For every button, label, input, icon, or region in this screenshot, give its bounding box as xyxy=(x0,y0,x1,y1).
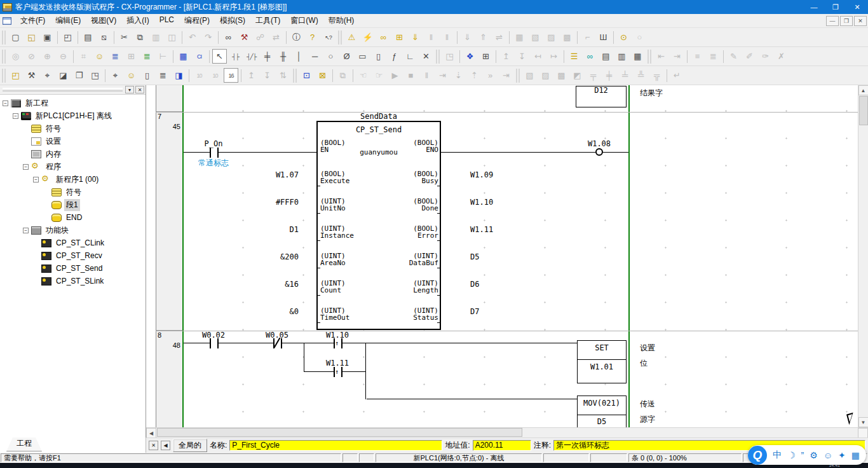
mdi-minimize-button[interactable]: — xyxy=(826,16,839,26)
fb-input-operand[interactable]: D1 xyxy=(235,226,299,233)
coil-w1-08[interactable] xyxy=(595,148,603,156)
menu-view[interactable]: 视图(V) xyxy=(86,13,121,28)
vertical-scroll-thumb[interactable] xyxy=(859,96,868,125)
contact-w0-05-label[interactable]: W0.05 xyxy=(258,331,296,339)
mdi-restore-button[interactable]: ❐ xyxy=(840,16,853,26)
contact-no-icon[interactable]: ┤├ xyxy=(228,49,243,64)
set-operand[interactable]: W1.01 xyxy=(577,363,627,371)
symbol-list-icon[interactable]: ≣ xyxy=(108,49,123,64)
print-icon[interactable]: ▤ xyxy=(81,30,95,45)
about-icon[interactable]: ⓘ xyxy=(289,30,304,45)
tree-item-plc[interactable]: −新PLC1[CP1H-E] 离线 xyxy=(0,109,146,122)
symbol-address-field[interactable]: A200.11 xyxy=(473,440,531,451)
new-view-icon[interactable]: ❐ xyxy=(72,68,86,83)
toolbar-grabber[interactable] xyxy=(648,50,651,64)
menu-help[interactable]: 帮助(H) xyxy=(323,13,360,28)
tree-item-section1[interactable]: 段1 xyxy=(0,198,146,211)
program-check-icon[interactable]: ⊞ xyxy=(392,30,407,45)
pane-close-button[interactable]: ✕ xyxy=(135,86,144,93)
fb-input-operand[interactable]: &200 xyxy=(235,253,299,261)
horizontal-scrollbar[interactable]: ◀ xyxy=(146,427,868,437)
contact-nc-icon[interactable]: ┤╱├ xyxy=(244,49,259,64)
menu-tools[interactable]: 工具(T) xyxy=(250,13,285,28)
menu-insert[interactable]: 插入(I) xyxy=(121,13,154,28)
symbol-browser-icon[interactable]: ⌖ xyxy=(108,68,123,83)
tree-item-cp-st-send[interactable]: CP_ST_Send xyxy=(0,262,146,275)
window-view-1-icon[interactable]: ▤ xyxy=(599,49,613,64)
expand-collapse-icon[interactable]: − xyxy=(3,100,8,106)
rung-manager-icon[interactable]: ▯ xyxy=(140,68,154,83)
find-in-project-icon[interactable]: ◰ xyxy=(60,30,75,45)
mdi-close-button[interactable]: ✕ xyxy=(854,16,867,26)
replace-icon[interactable]: ⚒ xyxy=(237,30,252,45)
close-button[interactable]: ✕ xyxy=(846,0,868,14)
monitor-table-icon[interactable]: ▦ xyxy=(176,49,191,64)
d12-operand[interactable]: D12 xyxy=(576,86,627,94)
menu-simulation[interactable]: 模拟(S) xyxy=(215,13,250,28)
fb-output-operand[interactable]: D6 xyxy=(470,280,479,288)
plc-transfer-icon[interactable]: ⊠ xyxy=(315,68,330,83)
open-icon[interactable]: ◱ xyxy=(24,30,39,45)
fb-library-icon[interactable]: ❖ xyxy=(463,49,477,64)
expand-collapse-icon[interactable]: − xyxy=(13,113,18,119)
tree-item-symbols[interactable]: 符号 xyxy=(0,122,146,135)
select-tool-icon[interactable]: ↖ xyxy=(212,49,227,64)
scroll-left-button[interactable]: ◀ xyxy=(146,428,156,438)
timing-chart-icon[interactable]: Ш xyxy=(596,30,611,45)
find-warning-icon[interactable]: ∞ xyxy=(376,30,391,45)
tree-item-cp-st-recv[interactable]: CP_ST_Recv xyxy=(0,249,146,262)
expand-collapse-icon[interactable]: − xyxy=(23,228,29,233)
fb-define-icon[interactable]: ⊞ xyxy=(478,49,493,64)
print-preview-icon[interactable]: ⧅ xyxy=(97,30,111,45)
ci-view-icon[interactable]: CI xyxy=(192,49,207,64)
help-icon[interactable]: ? xyxy=(305,30,320,45)
menu-edit[interactable]: 编辑(E) xyxy=(50,13,86,28)
fb-input-operand[interactable]: &16 xyxy=(235,280,299,288)
horizontal-line-icon[interactable]: ─ xyxy=(308,49,322,64)
work-online-simulator-icon[interactable]: ⊙ xyxy=(616,30,631,45)
list-editor-icon[interactable]: ≣ xyxy=(156,68,170,83)
ime-night-mode-icon[interactable]: ☽ xyxy=(787,450,796,460)
symbol-bar-close-button[interactable]: ✕ xyxy=(149,441,158,450)
fb-output-operand[interactable]: D5 xyxy=(470,253,479,261)
tree-item-settings[interactable]: 设置 xyxy=(0,135,146,148)
contact-or-no-icon[interactable]: ╪ xyxy=(260,49,275,64)
vertical-scrollbar[interactable]: ▲ ▼ xyxy=(858,85,868,427)
symbol-name-field[interactable]: P_First_Cycle xyxy=(229,440,442,451)
window-manager-icon[interactable]: ◰ xyxy=(8,68,23,83)
toolbar-grabber[interactable] xyxy=(2,50,6,64)
toolbar-grabber[interactable] xyxy=(516,69,520,83)
ime-toolbox-icon[interactable]: ⚙ xyxy=(810,450,818,460)
pane-grabber[interactable] xyxy=(3,88,123,92)
window-view-3-icon[interactable]: ▦ xyxy=(630,49,645,64)
contact-or-nc-icon[interactable]: ╫ xyxy=(276,49,290,64)
tree-item-end[interactable]: END xyxy=(0,211,146,224)
instruction-box-icon[interactable]: ▭ xyxy=(355,49,370,64)
cut-icon[interactable]: ✂ xyxy=(117,30,132,45)
compile-icon[interactable]: ⚠ xyxy=(344,30,359,45)
contact-p-on-label[interactable]: P_On xyxy=(200,140,227,148)
ime-toolbar[interactable]: Q 中☽”⚙☺✦▦ xyxy=(748,445,866,465)
tree-item-cp-st-slink[interactable]: CP_ST_SLink xyxy=(0,275,146,287)
menu-file[interactable]: 文件(F) xyxy=(15,13,50,28)
copy-icon[interactable]: ⧉ xyxy=(133,30,147,45)
tree-item-project[interactable]: −新工程 xyxy=(0,97,146,109)
coil-nc-icon[interactable]: Ø xyxy=(339,49,354,64)
toolbar-grabber[interactable] xyxy=(2,69,6,83)
io-comment-icon[interactable]: ≣ xyxy=(140,49,154,64)
window-view-2-icon[interactable]: ▥ xyxy=(614,49,629,64)
expand-collapse-icon[interactable]: − xyxy=(33,177,39,182)
watch-window-icon[interactable]: ∞ xyxy=(583,49,597,64)
fb-input-operand[interactable]: W1.07 xyxy=(235,171,299,179)
function-invoke-icon[interactable]: ƒ xyxy=(387,49,402,64)
new-icon[interactable]: ▢ xyxy=(8,30,23,45)
coil-w1-08-label[interactable]: W1.08 xyxy=(580,140,618,148)
tree-item-program1-symbols[interactable]: 符号 xyxy=(0,186,146,198)
context-help-icon[interactable]: ↖? xyxy=(321,30,336,45)
minimize-button[interactable]: — xyxy=(803,0,825,14)
find-icon[interactable]: ∞ xyxy=(221,30,236,45)
vertical-line-icon[interactable]: │ xyxy=(292,49,306,64)
ime-grid-icon[interactable]: ▦ xyxy=(851,450,860,460)
instruction-box2-icon[interactable]: ▯ xyxy=(371,49,386,64)
tree-item-memory[interactable]: 内存 xyxy=(0,148,146,160)
